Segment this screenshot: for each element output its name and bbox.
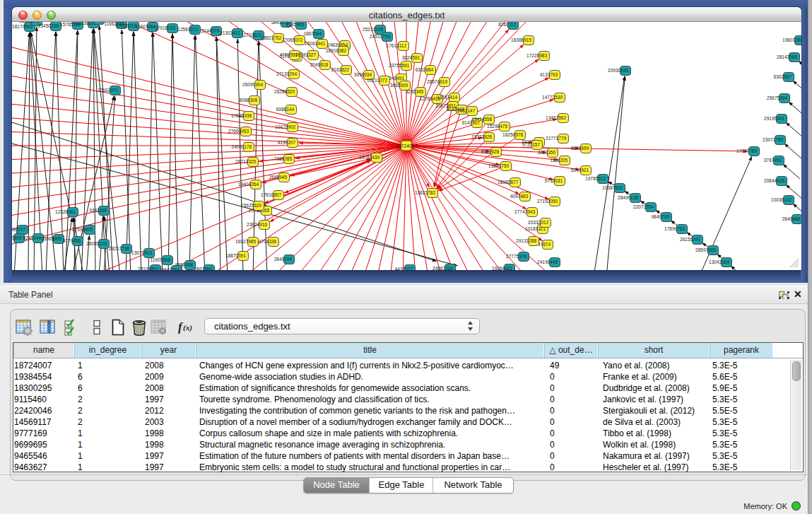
svg-text:13043324: 13043324 [709, 259, 729, 264]
svg-text:19414558: 19414558 [471, 117, 492, 122]
svg-text:6867660: 6867660 [194, 267, 213, 270]
svg-text:6302867: 6302867 [774, 74, 792, 79]
svg-text:9779456: 9779456 [63, 238, 81, 243]
svg-text:19401264: 19401264 [238, 182, 259, 187]
svg-text:29133288: 29133288 [516, 238, 536, 243]
svg-text:16927985: 16927985 [235, 239, 256, 244]
svg-text:25565699: 25565699 [41, 236, 61, 241]
svg-text:24518793: 24518793 [370, 34, 390, 39]
svg-text:3666009: 3666009 [390, 83, 408, 88]
svg-text:1118205: 1118205 [551, 158, 568, 163]
svg-text:4097483: 4097483 [510, 194, 529, 199]
svg-text:22138522: 22138522 [76, 22, 96, 25]
svg-text:27743943: 27743943 [514, 209, 535, 214]
svg-text:26288520: 26288520 [274, 89, 295, 94]
svg-text:10387652: 10387652 [602, 185, 623, 190]
svg-text:5144579: 5144579 [201, 28, 220, 33]
svg-text:17899783: 17899783 [664, 226, 685, 231]
svg-text:19264422: 19264422 [492, 266, 512, 270]
svg-text:16541848: 16541848 [19, 22, 40, 23]
svg-text:15333826: 15333826 [471, 134, 492, 139]
svg-text:29195301: 29195301 [764, 116, 784, 121]
svg-text:28101851: 28101851 [138, 267, 158, 270]
svg-text:24061176: 24061176 [232, 144, 252, 149]
svg-text:17228983: 17228983 [526, 53, 547, 58]
svg-text:2049818: 2049818 [310, 62, 329, 67]
svg-text:10479902: 10479902 [275, 124, 295, 129]
svg-text:15298475: 15298475 [487, 124, 507, 129]
svg-text:23450336: 23450336 [38, 23, 59, 28]
svg-text:21771779: 21771779 [546, 136, 566, 141]
svg-text:2849686: 2849686 [782, 216, 801, 221]
svg-text:24196448: 24196448 [537, 259, 558, 264]
svg-text:20332012: 20332012 [528, 220, 548, 225]
svg-text:18870591: 18870591 [225, 253, 246, 258]
svg-text:19807288: 19807288 [782, 37, 801, 42]
svg-text:9720157: 9720157 [522, 142, 541, 147]
svg-text:12328961: 12328961 [55, 209, 76, 214]
svg-text:3998034: 3998034 [354, 72, 372, 77]
svg-text:17050219: 17050219 [116, 23, 136, 28]
svg-text:26155041: 26155041 [680, 237, 700, 242]
svg-text:13079913: 13079913 [131, 250, 152, 255]
svg-text:1867544: 1867544 [304, 31, 322, 36]
svg-text:23824916: 23824916 [247, 222, 267, 227]
svg-text:28070805: 28070805 [12, 235, 22, 240]
svg-text:17688936: 17688936 [231, 113, 252, 118]
svg-text:4199207: 4199207 [278, 140, 296, 145]
svg-text:28574619: 28574619 [427, 79, 447, 84]
svg-text:13522750: 13522750 [488, 163, 509, 168]
svg-text:12581572: 12581572 [177, 27, 198, 32]
svg-text:3083350: 3083350 [538, 150, 556, 155]
svg-text:17916015: 17916015 [155, 25, 175, 30]
svg-text:14784439: 14784439 [359, 155, 379, 160]
svg-text:28085226: 28085226 [86, 241, 107, 246]
svg-text:3787452: 3787452 [764, 158, 782, 163]
svg-text:26381327: 26381327 [295, 52, 316, 57]
svg-text:25675934: 25675934 [767, 95, 787, 100]
svg-text:4133793: 4133793 [540, 72, 558, 77]
svg-text:(x): (x) [183, 323, 192, 332]
svg-text:7285285: 7285285 [274, 156, 293, 161]
svg-text:8185965: 8185965 [286, 22, 305, 27]
svg-text:18724007: 18724007 [395, 144, 417, 148]
svg-text:18980877: 18980877 [498, 180, 518, 185]
svg-text:22663970: 22663970 [98, 88, 118, 93]
svg-text:4439577: 4439577 [395, 267, 413, 270]
svg-text:28217738: 28217738 [109, 246, 129, 251]
svg-text:13623782: 13623782 [415, 190, 435, 195]
svg-text:26090904: 26090904 [242, 82, 263, 87]
svg-text:16256578: 16256578 [502, 132, 523, 137]
svg-text:14772530: 14772530 [542, 95, 563, 100]
svg-text:13467562: 13467562 [546, 115, 566, 120]
svg-text:8088308: 8088308 [240, 98, 258, 103]
svg-text:2849294: 2849294 [274, 257, 293, 262]
svg-text:9849700: 9849700 [652, 214, 670, 219]
svg-text:8245144: 8245144 [23, 235, 42, 240]
svg-text:21303412: 21303412 [220, 30, 240, 35]
svg-text:27775378: 27775378 [506, 254, 526, 259]
svg-text:11905566: 11905566 [151, 257, 171, 262]
svg-text:3255345: 3255345 [406, 89, 424, 94]
svg-text:20930935: 20930935 [608, 68, 628, 73]
svg-text:6332684: 6332684 [416, 67, 434, 72]
svg-text:24667234: 24667234 [433, 266, 453, 270]
svg-text:9055707: 9055707 [12, 227, 25, 232]
svg-text:20844435: 20844435 [764, 178, 784, 183]
svg-text:28712325: 28712325 [235, 159, 256, 164]
svg-text:19785512: 19785512 [585, 176, 606, 181]
svg-text:4704336: 4704336 [259, 239, 277, 244]
svg-text:8163822: 8163822 [331, 67, 350, 72]
svg-text:13787414: 13787414 [437, 95, 457, 100]
svg-text:17612112: 17612112 [387, 43, 407, 48]
svg-text:28499138: 28499138 [618, 195, 638, 200]
svg-text:27139294: 27139294 [276, 71, 297, 76]
svg-text:27065072: 27065072 [282, 37, 302, 42]
svg-text:15625620: 15625620 [241, 203, 261, 208]
svg-text:18821752: 18821752 [261, 35, 281, 40]
svg-text:16063441: 16063441 [305, 41, 325, 46]
svg-text:18388915: 18388915 [511, 37, 531, 42]
svg-text:27591405: 27591405 [72, 227, 93, 232]
svg-text:2665945: 2665945 [269, 175, 288, 180]
svg-text:18179593: 18179593 [12, 24, 33, 29]
